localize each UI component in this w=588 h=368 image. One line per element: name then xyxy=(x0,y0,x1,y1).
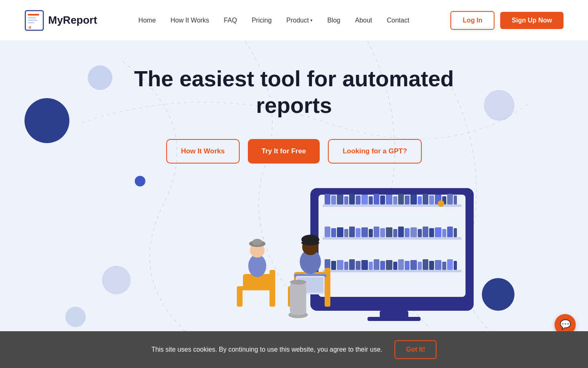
nav-product[interactable]: Product ▾ xyxy=(286,17,312,24)
svg-rect-51 xyxy=(442,229,446,237)
hero-illustration xyxy=(0,180,588,335)
svg-rect-3 xyxy=(28,20,38,21)
cookie-message: This site uses cookies. By continuing to… xyxy=(151,346,383,353)
svg-rect-20 xyxy=(393,196,397,204)
svg-rect-60 xyxy=(356,261,361,270)
svg-rect-19 xyxy=(386,195,392,204)
hero-title: The easiest tool for automated reports xyxy=(110,65,478,119)
svg-rect-82 xyxy=(237,286,243,307)
nav-contact[interactable]: Contact xyxy=(387,17,409,24)
svg-rect-35 xyxy=(344,229,348,237)
svg-rect-2 xyxy=(28,17,36,18)
got-it-button[interactable]: Got It! xyxy=(394,340,437,359)
svg-rect-76 xyxy=(454,261,457,270)
svg-rect-10 xyxy=(331,195,336,204)
svg-rect-45 xyxy=(405,228,410,237)
how-it-works-button[interactable]: How It Works xyxy=(166,139,239,164)
svg-rect-29 xyxy=(447,194,453,204)
svg-rect-18 xyxy=(380,195,385,204)
nav-blog[interactable]: Blog xyxy=(327,17,340,24)
svg-rect-9 xyxy=(325,194,330,204)
svg-rect-67 xyxy=(398,259,404,270)
svg-rect-69 xyxy=(410,260,417,270)
nav-about[interactable]: About xyxy=(355,17,372,24)
svg-rect-71 xyxy=(423,259,428,270)
svg-rect-4 xyxy=(28,22,34,23)
svg-rect-66 xyxy=(393,262,397,270)
svg-rect-44 xyxy=(398,227,404,237)
logo-text: MyReport xyxy=(48,14,97,27)
svg-rect-42 xyxy=(386,227,392,237)
svg-rect-16 xyxy=(369,196,373,204)
svg-rect-32 xyxy=(325,227,330,237)
svg-rect-43 xyxy=(393,229,397,237)
nav-home[interactable]: Home xyxy=(138,17,156,24)
svg-rect-15 xyxy=(361,195,368,204)
svg-rect-75 xyxy=(447,259,453,270)
svg-rect-37 xyxy=(356,228,361,237)
svg-rect-72 xyxy=(429,261,434,270)
svg-rect-93 xyxy=(325,268,330,290)
chat-icon: 💬 xyxy=(560,319,571,330)
svg-rect-30 xyxy=(454,195,457,204)
chevron-down-icon: ▾ xyxy=(310,18,312,22)
deco-circle-light-topleft xyxy=(88,65,112,90)
svg-rect-1 xyxy=(28,14,39,16)
hero-section: The easiest tool for automated reports H… xyxy=(0,41,588,368)
deco-circle-dark-left xyxy=(24,98,69,143)
svg-rect-59 xyxy=(349,259,355,270)
logo-link[interactable]: a MyReport xyxy=(24,10,97,31)
svg-text:a: a xyxy=(29,25,31,29)
hero-buttons: How It Works Try It for Free Looking for… xyxy=(166,139,422,164)
svg-rect-22 xyxy=(405,195,410,204)
svg-rect-74 xyxy=(442,262,446,270)
svg-rect-63 xyxy=(374,259,379,270)
svg-point-85 xyxy=(248,254,266,277)
svg-rect-40 xyxy=(374,227,379,237)
svg-rect-50 xyxy=(435,227,441,237)
svg-rect-62 xyxy=(369,262,373,270)
svg-rect-34 xyxy=(337,227,343,237)
svg-rect-23 xyxy=(410,195,417,204)
svg-rect-48 xyxy=(423,227,428,237)
nav-how-it-works[interactable]: How It Works xyxy=(171,17,209,24)
svg-rect-49 xyxy=(429,228,434,237)
svg-rect-25 xyxy=(423,194,428,204)
try-free-button[interactable]: Try It for Free xyxy=(248,139,320,164)
svg-rect-52 xyxy=(447,227,453,237)
svg-rect-26 xyxy=(429,195,434,204)
svg-point-88 xyxy=(252,239,262,245)
svg-rect-33 xyxy=(331,228,336,237)
svg-rect-102 xyxy=(290,282,306,315)
looking-for-gpt-button[interactable]: Looking for a GPT? xyxy=(328,139,422,164)
svg-rect-21 xyxy=(398,194,404,204)
login-button[interactable]: Log In xyxy=(450,11,494,30)
cookie-banner: This site uses cookies. By continuing to… xyxy=(0,331,588,368)
svg-point-103 xyxy=(290,280,306,285)
svg-rect-56 xyxy=(331,261,336,270)
svg-rect-54 xyxy=(323,270,461,272)
svg-rect-14 xyxy=(356,195,361,204)
svg-rect-65 xyxy=(386,260,392,270)
svg-rect-84 xyxy=(270,270,275,290)
svg-rect-58 xyxy=(344,262,348,270)
nav-pricing[interactable]: Pricing xyxy=(252,17,272,24)
svg-rect-57 xyxy=(337,260,343,270)
illustration-svg xyxy=(110,180,478,335)
svg-rect-64 xyxy=(380,261,385,270)
svg-rect-41 xyxy=(380,228,385,237)
nav-faq[interactable]: FAQ xyxy=(224,17,237,24)
navbar: a MyReport Home How It Works FAQ Pricing… xyxy=(0,0,588,41)
signup-button[interactable]: Sign Up Now xyxy=(500,12,564,29)
logo-icon: a xyxy=(24,10,44,31)
svg-rect-12 xyxy=(344,196,348,204)
nav-links: Home How It Works FAQ Pricing Product ▾ … xyxy=(138,17,410,24)
svg-rect-47 xyxy=(418,229,422,237)
svg-point-100 xyxy=(301,240,319,245)
svg-rect-46 xyxy=(410,227,417,237)
svg-rect-7 xyxy=(318,195,466,297)
svg-rect-38 xyxy=(361,227,368,237)
svg-rect-68 xyxy=(405,261,410,270)
deco-circle-large-topright xyxy=(484,90,514,121)
svg-rect-11 xyxy=(337,195,343,204)
